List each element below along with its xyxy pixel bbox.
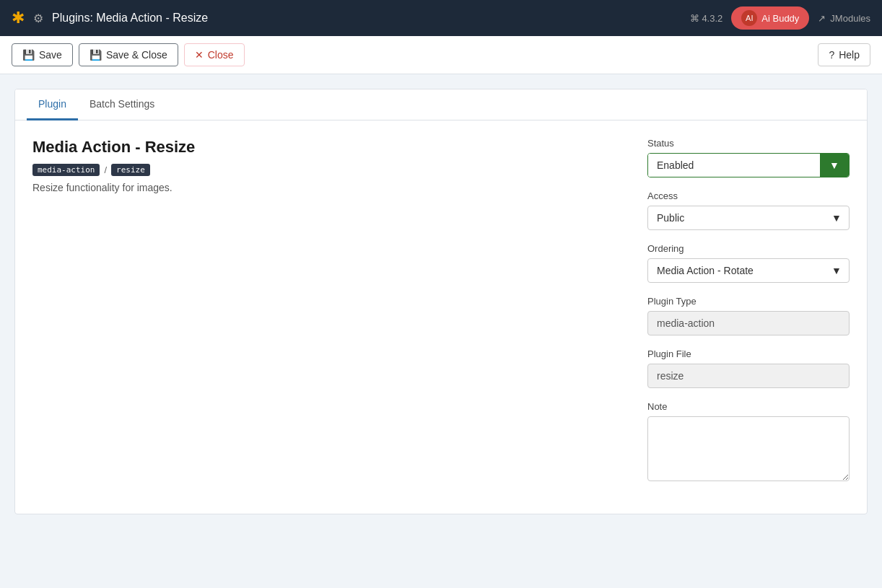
note-textarea[interactable] (647, 416, 850, 481)
breadcrumb-type-tag: media-action (32, 164, 100, 176)
save-close-button[interactable]: 💾 Save & Close (79, 43, 178, 66)
plugin-form: Status Enabled ▼ Access PublicRegistered… (647, 138, 850, 496)
ai-buddy-button[interactable]: AI Ai Buddy (731, 6, 809, 30)
help-icon: ? (829, 49, 834, 61)
plugin-info: Media Action - Resize media-action / res… (32, 138, 619, 496)
toolbar: 💾 Save 💾 Save & Close ✕ Close ? Help (0, 36, 882, 74)
save-close-label: Save & Close (106, 49, 167, 61)
save-button[interactable]: 💾 Save (12, 43, 73, 66)
plugin-file-label: Plugin File (647, 348, 850, 359)
plugin-description: Resize functionality for images. (32, 182, 619, 193)
tab-plugin[interactable]: Plugin (27, 89, 78, 120)
ai-buddy-label: Ai Buddy (761, 13, 799, 24)
header: ✱ ⚙ Plugins: Media Action - Resize ⌘ 4.3… (0, 0, 882, 36)
plugin-type-label: Plugin Type (647, 296, 850, 307)
toolbar-left: 💾 Save 💾 Save & Close ✕ Close (12, 43, 245, 66)
tabs-container: Plugin Batch Settings (15, 89, 867, 120)
plugin-file-group: Plugin File (647, 348, 850, 388)
page-title: Plugins: Media Action - Resize (52, 12, 208, 25)
status-control: Enabled ▼ (647, 153, 850, 177)
access-select-wrapper: PublicRegisteredSpecialSuper Users ▼ (647, 206, 850, 230)
joomla-logo-icon: ✱ (12, 9, 25, 27)
plugin-file-input (647, 364, 850, 388)
ordering-group: Ordering Media Action - RotateMedia Acti… (647, 243, 850, 283)
close-label: Close (208, 49, 234, 61)
header-left: ✱ ⚙ Plugins: Media Action - Resize (12, 9, 208, 27)
external-link-icon: ↗ (818, 13, 826, 24)
status-group: Status Enabled ▼ (647, 138, 850, 177)
access-group: Access PublicRegisteredSpecialSuper User… (647, 190, 850, 230)
plugin-type-input (647, 311, 850, 335)
save-close-icon: 💾 (89, 49, 102, 61)
save-label: Save (39, 49, 62, 61)
plugin-type-group: Plugin Type (647, 296, 850, 335)
close-icon: ✕ (195, 49, 204, 61)
status-dropdown-button[interactable]: ▼ (820, 154, 849, 177)
access-select[interactable]: PublicRegisteredSpecialSuper Users (647, 206, 850, 230)
header-right: ⌘ 4.3.2 AI Ai Buddy ↗ JModules (690, 6, 870, 30)
ai-buddy-avatar-icon: AI (741, 10, 757, 26)
plugin-title: Media Action - Resize (32, 138, 619, 157)
note-group: Note (647, 401, 850, 483)
main-card: Plugin Batch Settings Media Action - Res… (14, 89, 868, 514)
plugin-icon: ⚙ (33, 12, 43, 25)
breadcrumb: media-action / resize (32, 164, 619, 176)
breadcrumb-separator: / (104, 164, 107, 175)
status-label: Status (647, 138, 850, 149)
breadcrumb-file-tag: resize (111, 164, 150, 176)
version-label: ⌘ 4.3.2 (690, 13, 723, 24)
plugin-tab-content: Media Action - Resize media-action / res… (15, 120, 867, 514)
jmodules-label: JModules (830, 13, 870, 24)
help-label: Help (839, 49, 860, 61)
ordering-select-wrapper: Media Action - RotateMedia Action - Resi… (647, 258, 850, 283)
jmodules-button[interactable]: ↗ JModules (818, 13, 870, 24)
note-label: Note (647, 401, 850, 412)
access-label: Access (647, 190, 850, 201)
tab-batch-settings[interactable]: Batch Settings (78, 89, 166, 120)
ordering-select[interactable]: Media Action - RotateMedia Action - Resi… (647, 258, 850, 283)
close-button[interactable]: ✕ Close (184, 43, 245, 66)
save-icon: 💾 (22, 49, 35, 61)
ordering-label: Ordering (647, 243, 850, 254)
content-area: Plugin Batch Settings Media Action - Res… (0, 74, 882, 529)
status-value: Enabled (648, 154, 820, 177)
help-button[interactable]: ? Help (818, 43, 870, 66)
chevron-down-icon: ▼ (829, 159, 839, 171)
